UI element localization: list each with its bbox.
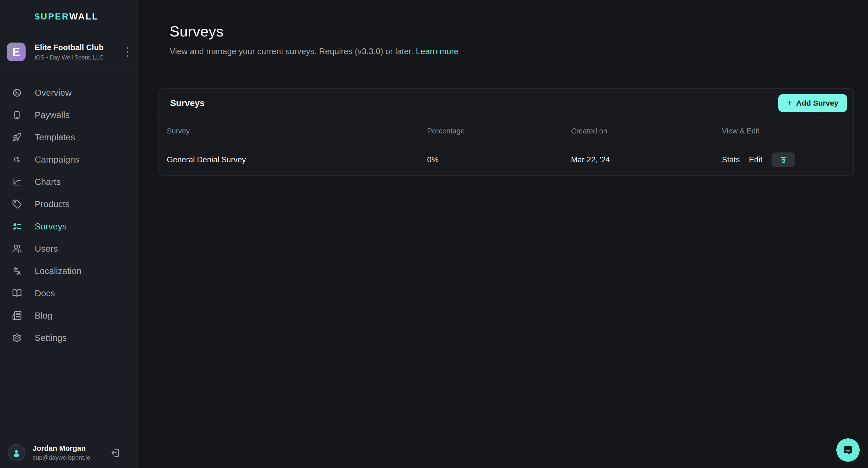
- add-survey-button[interactable]: + Add Survey: [778, 94, 847, 112]
- brand-logo-accent: $UPER: [35, 11, 69, 22]
- surveys-panel-header: Surveys + Add Survey: [159, 89, 853, 118]
- page-header: Surveys View and manage your current sur…: [169, 23, 868, 56]
- kebab-menu-icon[interactable]: [125, 45, 130, 59]
- charts-icon: [12, 177, 22, 187]
- sidebar-item-label: Templates: [35, 132, 75, 142]
- sidebar-item-label: Overview: [35, 88, 72, 98]
- panel-title: Surveys: [170, 98, 205, 108]
- edit-link[interactable]: Edit: [749, 155, 763, 164]
- survey-name-cell: General Denial Survey: [167, 155, 427, 164]
- surveys-panel: Surveys + Add Survey Survey Percentage C…: [158, 88, 854, 176]
- page-subtitle: View and manage your current surveys. Re…: [169, 46, 868, 56]
- brand-logo: $UPERWALL: [0, 0, 137, 33]
- sidebar-item-settings[interactable]: Settings: [0, 327, 137, 349]
- sidebar-item-charts[interactable]: Charts: [0, 171, 137, 193]
- table-row: General Denial Survey 0% Mar 22, '24 Sta…: [159, 144, 853, 175]
- user-email: sup@daywellspent.io: [33, 454, 90, 461]
- column-header-created-on: Created on: [571, 127, 722, 135]
- sidebar-item-label: Products: [35, 199, 70, 209]
- column-header-percentage: Percentage: [427, 127, 571, 135]
- sidebar-item-label: Paywalls: [35, 110, 70, 120]
- percentage-cell: 0%: [427, 155, 571, 164]
- paywalls-icon: [12, 110, 22, 120]
- products-icon: [12, 199, 22, 209]
- sidebar-item-localization[interactable]: Localization: [0, 260, 137, 282]
- surveys-icon: [12, 221, 22, 231]
- row-actions: Stats Edit: [722, 152, 853, 167]
- add-survey-label: Add Survey: [796, 99, 838, 107]
- page-title: Surveys: [169, 23, 868, 39]
- delete-survey-button[interactable]: [772, 152, 795, 167]
- user-info: Jordan Morgan sup@daywellspent.io: [33, 444, 90, 461]
- table-header-row: Survey Percentage Created on View & Edit: [159, 118, 853, 144]
- sidebar-item-label: Docs: [35, 288, 55, 298]
- chat-bubble-icon: [841, 443, 855, 457]
- main-content: Surveys View and manage your current sur…: [138, 0, 868, 468]
- workspace-info: Elite Football Club iOS • Day Well Spent…: [35, 43, 103, 61]
- person-icon: [11, 448, 22, 458]
- workspace-meta: iOS • Day Well Spent, LLC: [35, 54, 103, 61]
- sidebar-nav: Overview Paywalls Templates: [0, 71, 137, 349]
- blog-icon: [12, 310, 22, 321]
- sidebar-item-label: Charts: [35, 177, 61, 187]
- sidebar: $UPERWALL E Elite Football Club iOS • Da…: [0, 0, 137, 468]
- column-header-view-edit: View & Edit: [722, 127, 853, 135]
- sidebar-item-label: Users: [35, 244, 58, 254]
- localization-icon: [12, 266, 22, 276]
- docs-icon: [12, 288, 22, 298]
- sidebar-item-paywalls[interactable]: Paywalls: [0, 104, 137, 126]
- sidebar-item-surveys[interactable]: Surveys: [0, 215, 137, 238]
- campaigns-icon: [12, 154, 22, 165]
- sidebar-item-blog[interactable]: Blog: [0, 304, 137, 327]
- sidebar-item-overview[interactable]: Overview: [0, 82, 137, 104]
- column-header-survey: Survey: [167, 127, 427, 135]
- stats-link[interactable]: Stats: [722, 155, 740, 164]
- overview-icon: [12, 88, 22, 98]
- plus-icon: +: [787, 98, 793, 107]
- created-on-cell: Mar 22, '24: [571, 155, 722, 164]
- templates-icon: [12, 132, 22, 142]
- chat-launcher-button[interactable]: [836, 438, 860, 462]
- users-icon: [12, 244, 22, 254]
- sidebar-item-label: Campaigns: [35, 154, 80, 165]
- sidebar-item-docs[interactable]: Docs: [0, 282, 137, 304]
- sidebar-item-label: Surveys: [35, 221, 67, 231]
- user-name: Jordan Morgan: [33, 444, 90, 453]
- logout-icon[interactable]: [110, 447, 121, 459]
- user-avatar[interactable]: [8, 444, 25, 461]
- sidebar-item-label: Localization: [35, 266, 82, 276]
- workspace-switcher[interactable]: E Elite Football Club iOS • Day Well Spe…: [0, 33, 137, 71]
- sidebar-item-campaigns[interactable]: Campaigns: [0, 148, 137, 171]
- sidebar-item-templates[interactable]: Templates: [0, 126, 137, 148]
- sidebar-item-users[interactable]: Users: [0, 238, 137, 260]
- brand-logo-rest: WALL: [69, 11, 98, 22]
- sidebar-item-label: Blog: [35, 310, 53, 321]
- sidebar-item-label: Settings: [35, 333, 67, 343]
- sidebar-item-products[interactable]: Products: [0, 193, 137, 215]
- workspace-name: Elite Football Club: [35, 43, 103, 52]
- workspace-avatar: E: [7, 42, 26, 61]
- user-footer: Jordan Morgan sup@daywellspent.io: [0, 437, 137, 468]
- trash-icon: [779, 155, 788, 164]
- settings-icon: [12, 333, 22, 343]
- learn-more-link[interactable]: Learn more: [416, 46, 459, 56]
- page-subtitle-text: View and manage your current surveys. Re…: [169, 46, 413, 56]
